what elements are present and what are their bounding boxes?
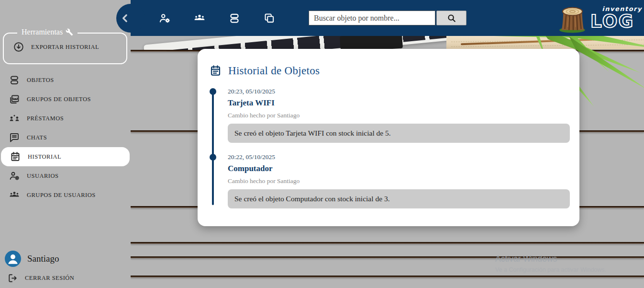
user-name: Santiago [27, 253, 59, 264]
chat-bubble-icon [9, 132, 20, 143]
sidebar-item-objetos[interactable]: OBJETOS [0, 70, 131, 90]
user-groups-icon[interactable] [193, 12, 206, 24]
logout-label: CERRAR SESIÓN [25, 275, 74, 282]
download-icon [13, 41, 24, 53]
search-icon [446, 13, 457, 23]
history-timeline: 20:23, 05/10/2025 Tarjeta WIFI Cambio he… [212, 88, 570, 217]
app-window: Historial de Objetos 20:23, 05/10/2025 T… [0, 0, 644, 288]
windows-activation-watermark: Activar Windows Ve a Configuración para … [495, 254, 606, 273]
tools-group-box: Herramientas EXPORTAR HISTORIAL [3, 33, 127, 64]
wrench-icon [66, 28, 73, 36]
avatar [5, 251, 21, 267]
sidebar-collapse-button[interactable] [116, 4, 145, 33]
entry-object-name: Computador [228, 164, 570, 173]
loans-exchange-icon [9, 113, 20, 124]
object-groups-copy-icon[interactable] [263, 12, 276, 24]
topbar: inventory LOG [131, 0, 644, 36]
history-card: Historial de Objetos 20:23, 05/10/2025 T… [198, 49, 579, 226]
main-content-area: Historial de Objetos 20:23, 05/10/2025 T… [131, 36, 644, 288]
logo-log-label: LOG [590, 12, 634, 31]
sidebar-item-grupos-de-usuarios[interactable]: GRUPOS DE USUARIOS [0, 185, 131, 205]
log-stump-icon [557, 2, 588, 34]
objects-icon[interactable] [228, 12, 241, 24]
logo-text: inventory LOG [589, 5, 642, 31]
manage-users-icon[interactable] [158, 12, 171, 24]
topbar-icon-group [158, 0, 276, 36]
sidebar-item-prestamos[interactable]: PRÉSTAMOS [0, 109, 131, 128]
entry-message: Se creó el objeto Tarjeta WIFI con stock… [228, 124, 570, 143]
wood-plank-gap [131, 242, 644, 244]
entry-object-name: Tarjeta WIFI [228, 98, 570, 108]
watermark-line1: Activar Windows [495, 254, 606, 264]
user-groups-icon [9, 189, 20, 201]
tools-legend-label: Herramientas [22, 28, 63, 36]
entry-timestamp: 20:23, 05/10/2025 [228, 88, 570, 95]
logout-icon [7, 273, 18, 284]
sidebar-item-grupos-de-objetos[interactable]: GRUPOS DE OBJETOS [0, 90, 131, 109]
logout-button[interactable]: CERRAR SESIÓN [0, 270, 131, 286]
history-entry: 20:23, 05/10/2025 Tarjeta WIFI Cambio he… [212, 88, 570, 143]
entry-message: Se creó el objeto Computador con stock i… [228, 189, 570, 208]
entry-author: Cambio hecho por Santiago [228, 177, 570, 185]
person-icon [5, 251, 21, 267]
history-calendar-icon [209, 64, 222, 77]
export-history-button[interactable]: EXPORTAR HISTORIAL [9, 41, 99, 53]
search-bar [309, 11, 466, 25]
search-button[interactable] [436, 11, 466, 25]
tools-group-legend: Herramientas [17, 28, 78, 36]
export-history-label: EXPORTAR HISTORIAL [31, 44, 99, 51]
chevron-left-icon [119, 12, 132, 24]
search-input[interactable] [309, 11, 435, 25]
entry-timestamp: 20:22, 05/10/2025 [228, 154, 570, 161]
manage-users-icon [9, 170, 20, 182]
sidebar-item-historial[interactable]: HISTORIAL [1, 147, 130, 166]
sidebar-item-chats[interactable]: CHATS [0, 128, 131, 147]
wood-plank-gap [131, 276, 644, 277]
logo-log-label-svg: LOG [589, 12, 639, 31]
sidebar: Herramientas EXPORTAR HISTORIAL [0, 0, 131, 288]
entry-author: Cambio hecho por Santiago [228, 112, 570, 119]
history-calendar-icon [10, 151, 21, 162]
watermark-line2: Ve a Configuración para activar Windows. [495, 266, 606, 273]
page-title: Historial de Objetos [228, 65, 320, 77]
sidebar-item-usuarios[interactable]: USUARIOS [0, 166, 131, 185]
card-title-row: Historial de Objetos [209, 64, 320, 77]
sidebar-menu: OBJETOS GRUPOS DE OBJETOS [0, 70, 131, 205]
history-entry: 20:22, 05/10/2025 Computador Cambio hech… [212, 154, 570, 208]
object-groups-icon [9, 93, 20, 105]
current-user[interactable]: Santiago [0, 250, 131, 268]
app-logo: inventory LOG [557, 0, 642, 35]
objects-icon [9, 74, 20, 86]
